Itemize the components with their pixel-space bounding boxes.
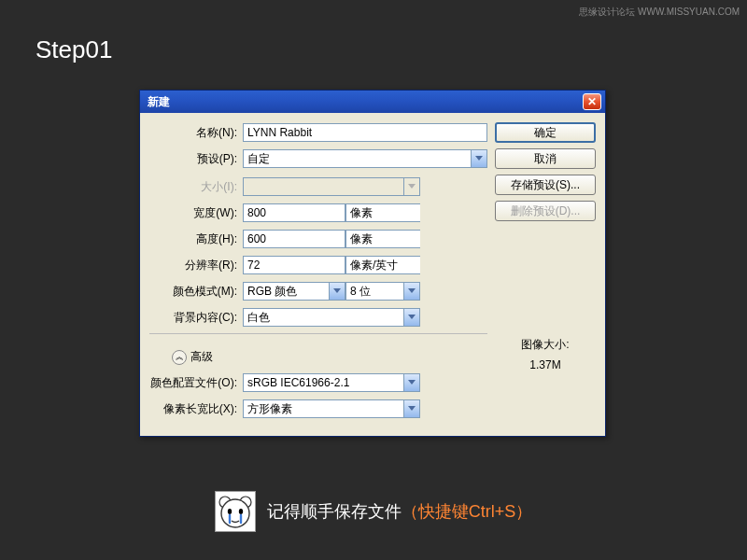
height-unit-dropdown[interactable]: 像素 — [345, 230, 420, 248]
watermark-text: 思缘设计论坛 — [579, 7, 635, 17]
chevron-down-icon — [403, 373, 420, 392]
bg-content-label: 背景内容(C): — [168, 310, 243, 326]
chevron-down-icon — [471, 149, 487, 168]
resolution-label: 分辨率(R): — [168, 258, 243, 273]
preset-value: 自定 — [243, 149, 471, 168]
height-input[interactable]: 600 — [243, 230, 345, 248]
preset-dropdown[interactable]: 自定 — [243, 149, 487, 168]
close-button[interactable]: ✕ — [583, 93, 601, 110]
chevron-down-icon — [403, 308, 420, 327]
width-unit-value: 像素 — [345, 203, 420, 222]
resolution-unit-value: 像素/英寸 — [345, 256, 420, 274]
chevron-up-icon: ︽ — [172, 350, 187, 365]
delete-preset-button: 删除预设(D)... — [495, 201, 596, 221]
pixel-aspect-dropdown[interactable]: 方形像素 — [243, 399, 420, 418]
titlebar[interactable]: 新建 ✕ — [140, 91, 605, 113]
footer-text-white: 记得顺手保存文件 — [267, 502, 402, 521]
width-label: 宽度(W): — [168, 205, 243, 221]
ok-button[interactable]: 确定 — [495, 122, 596, 143]
bg-content-dropdown[interactable]: 白色 — [243, 308, 420, 327]
width-unit-dropdown[interactable]: 像素 — [345, 203, 420, 222]
chevron-down-icon — [329, 282, 345, 301]
color-profile-label: 颜色配置文件(O): — [149, 375, 243, 391]
pixel-aspect-value: 方形像素 — [243, 399, 403, 418]
watermark: 思缘设计论坛 WWW.MISSYUAN.COM — [579, 6, 740, 19]
bg-content-value: 白色 — [243, 308, 403, 327]
color-bits-dropdown[interactable]: 8 位 — [345, 282, 420, 301]
footer: 记得顺手保存文件（快捷键Ctrl+S） — [0, 491, 747, 532]
height-unit-value: 像素 — [345, 230, 420, 248]
svg-point-2 — [221, 499, 249, 527]
preset-label: 预设(P): — [149, 151, 243, 167]
color-mode-dropdown[interactable]: RGB 颜色 — [243, 282, 345, 301]
close-icon: ✕ — [587, 95, 597, 108]
size-label: 大小(I): — [168, 179, 243, 195]
footer-text: 记得顺手保存文件（快捷键Ctrl+S） — [267, 500, 533, 523]
resolution-input[interactable]: 72 — [243, 256, 345, 274]
color-mode-label: 颜色模式(M): — [168, 284, 243, 300]
chevron-down-icon — [403, 399, 420, 418]
step-label: Step01 — [35, 35, 112, 64]
height-label: 高度(H): — [168, 231, 243, 247]
color-mode-value: RGB 颜色 — [243, 282, 329, 301]
svg-point-3 — [228, 509, 232, 514]
size-input — [243, 177, 403, 196]
color-profile-value: sRGB IEC61966-2.1 — [243, 373, 403, 392]
advanced-label: 高级 — [190, 349, 213, 365]
chevron-down-icon — [403, 177, 420, 196]
advanced-toggle[interactable]: ︽ 高级 — [172, 349, 213, 365]
new-document-dialog: 新建 ✕ 名称(N): LYNN Rabbit 预设(P): 自定 大小(I): — [139, 90, 606, 437]
width-input[interactable]: 800 — [243, 203, 345, 222]
color-bits-value: 8 位 — [345, 282, 403, 301]
image-size-value: 1.37M — [495, 358, 596, 371]
cancel-button[interactable]: 取消 — [495, 148, 596, 169]
watermark-url: WWW.MISSYUAN.COM — [638, 7, 740, 17]
dialog-title: 新建 — [148, 94, 170, 110]
resolution-unit-dropdown[interactable]: 像素/英寸 — [345, 256, 420, 274]
divider — [149, 333, 487, 334]
svg-point-4 — [239, 509, 243, 514]
image-size-label: 图像大小: — [495, 337, 596, 353]
pixel-aspect-label: 像素长宽比(X): — [149, 401, 243, 417]
chevron-down-icon — [403, 282, 420, 301]
name-label: 名称(N): — [149, 125, 243, 141]
footer-text-orange: （快捷键Ctrl+S） — [402, 502, 533, 521]
save-preset-button[interactable]: 存储预设(S)... — [495, 175, 596, 195]
bear-emoji-icon — [215, 491, 256, 532]
name-input[interactable]: LYNN Rabbit — [243, 123, 487, 142]
color-profile-dropdown[interactable]: sRGB IEC61966-2.1 — [243, 373, 420, 392]
